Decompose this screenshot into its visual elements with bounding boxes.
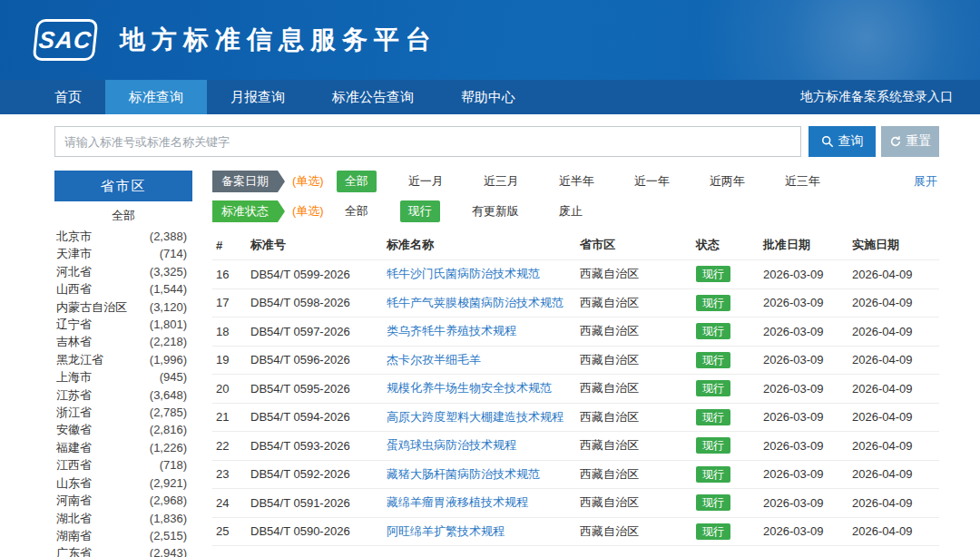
nav-item-0[interactable]: 首页 (31, 80, 105, 114)
filter-1-option-3[interactable]: 废止 (551, 200, 591, 222)
region-item-9[interactable]: 江苏省(3,648) (54, 386, 192, 404)
region-item-0[interactable]: 北京市(2,388) (54, 228, 192, 245)
filter-1-option-2[interactable]: 有更新版 (464, 200, 527, 222)
standard-name-link[interactable]: 杰卡尔孜半细毛羊 (387, 353, 481, 366)
nav-item-3[interactable]: 标准公告查询 (309, 80, 437, 114)
filter-0-option-6[interactable]: 近三年 (777, 171, 828, 192)
region-item-2[interactable]: 河北省(3,325) (54, 263, 192, 280)
standard-name-link[interactable]: 牦牛沙门氏菌病防治技术规范 (387, 267, 540, 280)
region-item-12[interactable]: 福建省(1,226) (54, 439, 192, 456)
region-item-8[interactable]: 上海市(945) (54, 368, 192, 386)
standard-name-link[interactable]: 类乌齐牦牛养殖技术规程 (387, 324, 516, 337)
standard-name-link[interactable]: 牦牛产气荚膜梭菌病防治技术规范 (387, 296, 564, 309)
filter-0-option-3[interactable]: 近半年 (551, 171, 603, 192)
reset-button[interactable]: 重置 (881, 126, 939, 157)
filter-0-option-4[interactable]: 近一年 (626, 171, 678, 192)
region-item-17[interactable]: 湖南省(2,515) (54, 527, 192, 544)
standard-name-link[interactable]: 藏猪大肠杆菌病防治技术规范 (387, 467, 540, 481)
refresh-icon (889, 135, 902, 148)
nav-login-link[interactable]: 地方标准备案系统登录入口 (800, 80, 953, 114)
region-item-10[interactable]: 浙江省(2,785) (54, 404, 192, 421)
standard-name-link[interactable]: 高原大跨度塑料大棚建造技术规程 (387, 410, 564, 424)
region-item-name: 湖南省 (56, 527, 92, 544)
nav-item-1[interactable]: 标准查询 (105, 80, 207, 114)
table-row: 20DB54/T 0595-2026规模化养牛场生物安全技术规范西藏自治区现行2… (212, 375, 939, 404)
region-item-name: 上海市 (56, 368, 92, 386)
region-item-6[interactable]: 吉林省(2,218) (54, 333, 192, 350)
table-row: 24DB54/T 0591-2026藏绵羊瘤胃液移植技术规程西藏自治区现行202… (212, 489, 939, 518)
region-item-name: 广东省 (56, 544, 92, 557)
table-header-4: 状态 (696, 237, 763, 253)
region-item-15[interactable]: 河南省(2,968) (54, 492, 192, 509)
standard-name-link[interactable]: 规模化养牛场生物安全技术规范 (387, 381, 552, 395)
status-badge: 现行 (696, 409, 730, 425)
region-item-4[interactable]: 内蒙古自治区(3,120) (54, 298, 192, 316)
region-item-1[interactable]: 天津市(714) (54, 245, 192, 262)
expand-link[interactable]: 展开 (914, 173, 937, 190)
region-item-3[interactable]: 山西省(1,544) (54, 280, 192, 298)
region-item-18[interactable]: 广东省(2,943) (54, 544, 192, 557)
cell-num: 22 (212, 439, 250, 453)
main-area: 省市区 全部 北京市(2,388)天津市(714)河北省(3,325)山西省(1… (0, 167, 980, 557)
region-item-13[interactable]: 江西省(718) (54, 456, 192, 474)
results-panel: 备案日期(单选)全部近一月近三月近半年近一年近两年近三年展开标准状态(单选)全部… (212, 171, 939, 557)
cell-name: 蛋鸡球虫病防治技术规程 (387, 437, 580, 454)
search-bar: 查询 重置 (0, 114, 980, 167)
cell-approved-date: 2026-03-09 (763, 524, 852, 538)
table-header-0: # (212, 239, 250, 252)
query-button[interactable]: 查询 (808, 126, 876, 157)
region-item-count: (1,226) (150, 439, 187, 456)
nav-item-2[interactable]: 月报查询 (207, 80, 309, 114)
table-row: 18DB54/T 0597-2026类乌齐牦牛养殖技术规程西藏自治区现行2026… (212, 318, 939, 347)
region-item-11[interactable]: 安徽省(2,816) (54, 421, 192, 438)
search-input[interactable] (54, 126, 801, 157)
cell-name: 牦牛产气荚膜梭菌病防治技术规范 (387, 295, 580, 311)
filter-row-0: 备案日期(单选)全部近一月近三月近半年近一年近两年近三年展开 (212, 171, 939, 192)
standards-table: #标准号标准名称省市区状态批准日期实施日期16DB54/T 0599-2026牦… (212, 230, 939, 546)
cell-implemented-date: 2026-04-09 (852, 496, 939, 510)
cell-name: 藏绵羊瘤胃液移植技术规程 (387, 494, 580, 511)
cell-num: 19 (212, 353, 250, 366)
region-sidebar: 省市区 全部 北京市(2,388)天津市(714)河北省(3,325)山西省(1… (54, 171, 192, 557)
region-item-name: 河南省 (56, 492, 92, 509)
region-item-7[interactable]: 黑龙江省(1,996) (54, 351, 192, 368)
filter-0-option-2[interactable]: 近三月 (475, 171, 527, 192)
standard-name-link[interactable]: 蛋鸡球虫病防治技术规程 (387, 438, 516, 452)
status-badge: 现行 (696, 295, 730, 311)
cell-approved-date: 2026-03-09 (763, 496, 852, 510)
cell-num: 17 (212, 296, 250, 309)
region-item-16[interactable]: 湖北省(1,836) (54, 510, 192, 527)
cell-implemented-date: 2026-04-09 (852, 353, 939, 366)
filter-0-option-5[interactable]: 近两年 (701, 171, 753, 192)
region-item-name: 吉林省 (56, 333, 92, 350)
standard-name-link[interactable]: 阿旺绵羊扩繁技术规程 (387, 524, 505, 538)
cell-num: 20 (212, 382, 250, 396)
cell-approved-date: 2026-03-09 (763, 410, 852, 424)
standard-name-link[interactable]: 藏绵羊瘤胃液移植技术规程 (387, 495, 528, 509)
cell-name: 阿旺绵羊扩繁技术规程 (387, 523, 580, 540)
cell-approved-date: 2026-03-09 (763, 325, 852, 338)
region-all-item[interactable]: 全部 (54, 201, 192, 228)
cell-code: DB54/T 0596-2026 (250, 353, 387, 366)
cell-code: DB54/T 0591-2026 (250, 496, 387, 510)
cell-status: 现行 (696, 323, 763, 339)
cell-num: 23 (212, 467, 250, 481)
cell-status: 现行 (696, 352, 763, 368)
cell-implemented-date: 2026-04-09 (852, 296, 939, 309)
cell-status: 现行 (696, 494, 763, 511)
filter-0-option-0[interactable]: 全部 (337, 171, 377, 192)
table-row: 19DB54/T 0596-2026杰卡尔孜半细毛羊西藏自治区现行2026-03… (212, 347, 939, 376)
nav-items: 首页标准查询月报查询标准公告查询帮助中心 (31, 80, 539, 114)
cell-name: 藏猪大肠杆菌病防治技术规范 (387, 466, 580, 483)
nav-item-4[interactable]: 帮助中心 (437, 80, 539, 114)
region-item-14[interactable]: 山东省(2,921) (54, 474, 192, 492)
cell-status: 现行 (696, 266, 763, 282)
table-header-6: 实施日期 (852, 237, 939, 253)
filter-0-option-1[interactable]: 近一月 (400, 171, 452, 192)
region-item-5[interactable]: 辽宁省(1,801) (54, 316, 192, 333)
cell-name: 类乌齐牦牛养殖技术规程 (387, 323, 580, 339)
region-item-count: (2,515) (150, 527, 187, 544)
filter-1-option-0[interactable]: 全部 (337, 200, 377, 222)
table-row: 22DB54/T 0593-2026蛋鸡球虫病防治技术规程西藏自治区现行2026… (212, 432, 939, 461)
filter-1-option-1[interactable]: 现行 (400, 200, 440, 222)
